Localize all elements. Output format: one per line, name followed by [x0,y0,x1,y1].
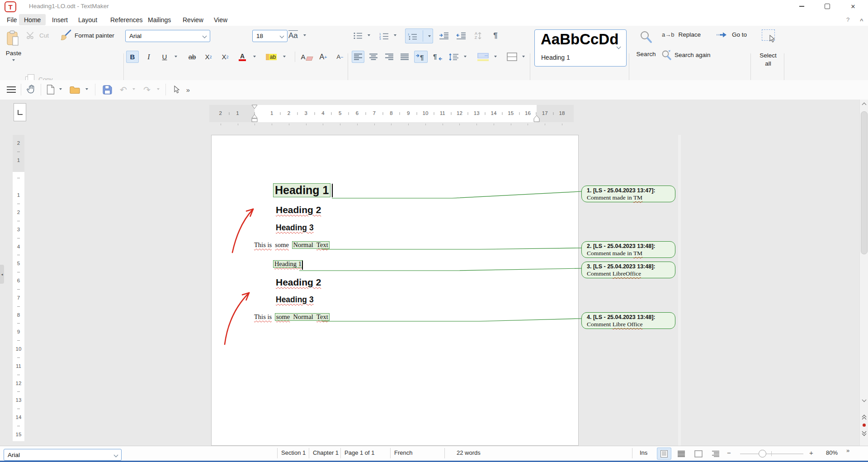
new-document-dropdown-icon[interactable] [59,88,62,90]
goto-button[interactable]: Go to [716,31,747,38]
status-section[interactable]: Section 1 [281,449,306,456]
borders-button[interactable] [505,51,519,63]
new-document-button[interactable] [44,83,57,96]
hamburger-menu-button[interactable] [5,83,18,96]
menu-references[interactable]: References [105,14,148,25]
highlight-dropdown-icon[interactable] [283,56,286,57]
v-scrollbar[interactable] [859,100,868,446]
status-chapter[interactable]: Chapter 1 [313,449,339,456]
comment-2[interactable]: 2. [LS - 25.04.2023 13:48]: Comment made… [581,241,675,258]
cut-button[interactable]: Cut [26,31,49,39]
doc-word[interactable]: some [276,313,290,320]
grow-font-button[interactable]: A+ [316,51,330,63]
comment-3[interactable]: 3. [LS - 25.04.2023 13:48]: Comment Libr… [581,262,675,278]
select-all-button[interactable]: Select all [754,29,782,70]
status-insert-mode[interactable]: Ins [640,449,647,456]
borders-dropdown-icon[interactable] [522,56,525,57]
doc-normal-line[interactable]: This is some Normal Text [254,241,330,249]
ltr-paragraph-button[interactable]: ¶ [414,51,428,63]
scroll-down-icon[interactable] [862,398,867,402]
increase-indent-button[interactable] [438,30,450,42]
redo-dropdown-icon[interactable] [157,88,160,90]
highlight-button[interactable]: ab [264,51,278,63]
paste-dropdown-icon[interactable] [12,59,15,61]
line-spacing-dropdown-icon[interactable] [464,56,467,57]
style-preview-box[interactable]: AaBbCcDd Heading 1 [534,29,627,67]
search-again-button[interactable]: Search again [661,49,711,60]
style-chevron-icon[interactable] [617,45,621,49]
browse-object-icon[interactable] [863,424,866,427]
menu-insert[interactable]: Insert [47,14,73,25]
font-color-button[interactable]: A [236,51,249,63]
bold-button[interactable]: B [126,51,139,63]
close-button[interactable]: ✕ [845,1,861,12]
view-normal-button[interactable] [674,448,689,460]
save-button[interactable] [100,83,114,96]
scrollbar-thumb[interactable] [861,111,868,254]
touch-mode-button[interactable] [24,83,38,96]
align-left-button[interactable] [352,51,364,63]
sort-button[interactable]: A Z [472,30,485,42]
change-case-button[interactable]: Aa [288,30,306,40]
doc-word[interactable]: Text [316,241,328,248]
paste-button[interactable]: Paste [4,29,24,64]
menu-view[interactable]: View [209,14,232,25]
status-page[interactable]: Page 1 of 1 [344,449,375,456]
subscript-button[interactable]: X2 [202,51,215,63]
rtl-paragraph-button[interactable]: ¶ [431,51,444,63]
clear-formatting-button[interactable]: A [299,51,314,63]
underline-dropdown-icon[interactable] [175,56,177,57]
shading-button[interactable] [476,51,490,63]
object-mode-button[interactable] [170,83,183,96]
splitter-handle[interactable]: ◂ [0,265,4,284]
right-indent-marker[interactable] [533,115,540,122]
font-name-combobox[interactable]: Arial [125,30,210,42]
doc-heading1-line[interactable]: Heading 1 [273,183,330,197]
tab-stop-selector[interactable] [14,103,26,121]
minimize-button[interactable] [794,1,809,12]
previous-object-icon[interactable] [862,417,867,422]
doc-heading1-small-line[interactable]: Heading 1 [273,260,303,268]
outline-list-button[interactable]: 1 [405,29,433,43]
outline-list-dropdown-icon[interactable] [428,35,431,37]
zoom-out-button[interactable]: − [727,449,731,457]
decrease-indent-button[interactable] [455,30,467,42]
zoom-in-button[interactable]: + [809,449,813,457]
open-button[interactable] [68,83,82,96]
redo-button[interactable]: ↷ [141,83,153,96]
doc-heading1-small[interactable]: Heading 1 [273,260,303,268]
view-outline-button[interactable] [708,448,723,460]
help-icon[interactable]: ? [846,16,849,23]
bullet-list-dropdown-icon[interactable] [368,34,370,36]
formatting-marks-button[interactable]: ¶ [489,30,502,42]
doc-word[interactable]: Normal [293,241,313,248]
doc-word[interactable]: some [275,241,289,248]
undo-button[interactable]: ↶ [118,83,129,96]
italic-button[interactable]: I [142,51,155,63]
undo-dropdown-icon[interactable] [132,88,135,90]
doc-heading3[interactable]: Heading 3 [276,223,314,233]
font-color-dropdown-icon[interactable] [253,56,256,57]
align-right-button[interactable] [383,51,396,63]
page[interactable] [211,135,579,446]
doc-heading2[interactable]: Heading 2 [276,277,321,288]
zoom-slider-thumb[interactable] [759,450,766,457]
comment-1[interactable]: 1. [LS - 25.04.2023 13:47]: Comment made… [581,186,675,202]
format-painter-button[interactable]: Format painter [59,29,114,41]
search-button[interactable]: Search [632,29,660,64]
first-line-indent-marker[interactable] [251,105,258,109]
status-word-count[interactable]: 22 words [457,449,481,456]
maximize-button[interactable] [820,1,835,12]
numbered-list-dropdown-icon[interactable] [394,34,396,36]
left-indent-marker[interactable] [251,114,258,122]
status-font-combobox[interactable]: Arial [4,449,122,461]
status-overflow-icon[interactable]: » [846,447,849,454]
menu-layout[interactable]: Layout [73,14,102,25]
scroll-up-icon[interactable] [862,103,867,107]
comment-4[interactable]: 4. [LS - 25.04.2023 13:48]: Comment Libr… [581,312,675,329]
toolbar-overflow-button[interactable]: » [184,83,193,96]
doc-word[interactable]: Normal [293,313,313,320]
doc-word[interactable]: This is [254,313,272,320]
open-dropdown-icon[interactable] [85,88,88,90]
view-page-layout-button[interactable] [657,448,671,460]
